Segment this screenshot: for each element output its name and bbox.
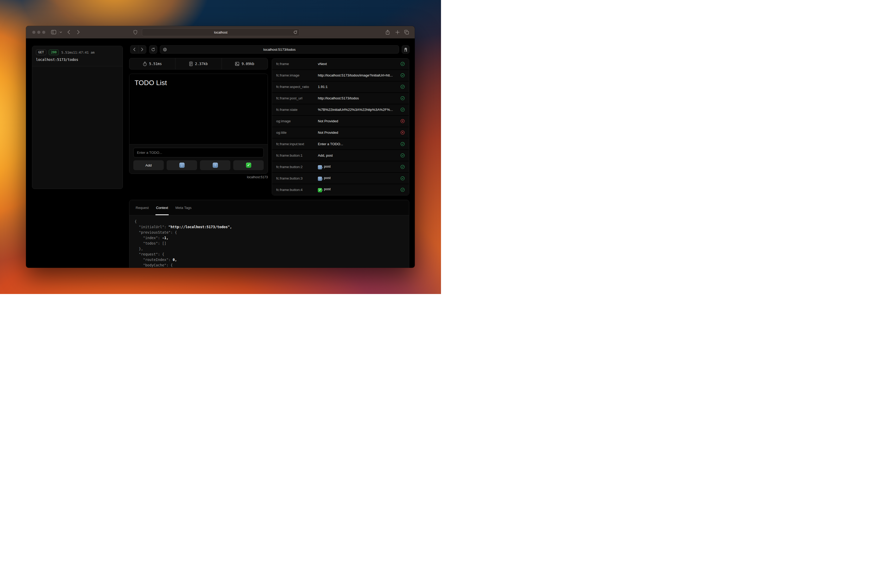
json-line: "previousState": {	[135, 230, 404, 235]
meta-value: Enter a TODO...	[318, 142, 398, 146]
new-tab-icon[interactable]	[395, 30, 400, 34]
stat-doc-size-value: 2.37kb	[195, 62, 208, 66]
status-badge: 200	[49, 50, 59, 55]
meta-table: fc:framevNextfc:frame:imagehttp://localh…	[272, 58, 409, 195]
stat-doc-size: 2.37kb	[175, 58, 221, 69]
frame-preview-card: TODO List Add↓↑✓	[129, 74, 268, 174]
meta-row: fc:frame:imagehttp://localhost:5173/todo…	[272, 70, 409, 81]
back-icon[interactable]	[68, 30, 70, 34]
meta-key: fc:frame:input:text	[276, 142, 318, 146]
meta-value: ↓, post	[318, 164, 398, 170]
minimize-button[interactable]	[37, 31, 41, 34]
tab-request[interactable]: Request	[136, 200, 149, 215]
frame-url-bar[interactable]: localhost:5173/todos	[160, 45, 399, 54]
meta-row: fc:frame:aspect_ratio1.91:1	[272, 81, 409, 92]
meta-key: fc:frame:state	[276, 108, 318, 112]
meta-value: Not Provided	[318, 130, 398, 135]
down-emoji-badge: ↓	[179, 163, 185, 168]
meta-value: ✓, post	[318, 187, 398, 192]
close-button[interactable]	[32, 31, 35, 34]
meta-key: fc:frame	[276, 62, 318, 66]
up-emoji-badge: ↑	[318, 177, 322, 181]
frame-button[interactable]: ↑	[200, 160, 230, 170]
valid-check-icon	[400, 108, 405, 112]
frame-button[interactable]: Add	[133, 160, 164, 170]
meta-row: fc:frame:button:3↑, post	[272, 173, 409, 184]
meta-key: fc:frame:button:1	[276, 153, 318, 158]
check-emoji-badge: ✓	[318, 188, 322, 192]
frame-buttons: Add↓↑✓	[133, 160, 264, 170]
tab-overview-icon[interactable]	[404, 30, 409, 34]
document-icon	[189, 62, 193, 66]
request-list-panel: GET 200 5.51ms11:47:41 am localhost:5173…	[32, 46, 123, 189]
frame-controls: Add↓↑✓	[129, 144, 267, 174]
meta-key: og:title	[276, 130, 318, 135]
frame-back-button[interactable]	[131, 45, 138, 53]
zoom-button[interactable]	[42, 31, 45, 34]
meta-key: fc:frame:button:3	[276, 176, 318, 180]
meta-key: fc:frame:image	[276, 74, 318, 77]
tab-meta-tags[interactable]: Meta Tags	[176, 200, 192, 215]
valid-check-icon	[400, 165, 405, 169]
todo-input[interactable]	[133, 148, 264, 158]
meta-row: fc:frame:input:textEnter a TODO...	[272, 138, 409, 149]
desktop-wallpaper: localhost GET 200 5	[0, 0, 441, 294]
frame-host-caption: localhost:5173	[129, 176, 268, 179]
details-tabs: Request Context Meta Tags	[129, 200, 409, 215]
share-icon[interactable]	[386, 30, 390, 35]
valid-check-icon	[400, 153, 405, 158]
meta-row: fc:frame:button:4✓, post	[272, 184, 409, 195]
address-bar[interactable]: localhost	[142, 28, 300, 36]
request-time: 11:47:41 am	[73, 51, 95, 54]
tab-context[interactable]: Context	[156, 200, 168, 215]
meta-value: http://localhost:5173/todos/image?initia…	[318, 74, 398, 77]
browser-window: localhost GET 200 5	[26, 26, 415, 268]
meta-key: og:image	[276, 119, 318, 123]
globe-icon	[163, 48, 167, 51]
meta-row: fc:frame:button:1Add, post	[272, 150, 409, 161]
valid-check-icon	[400, 96, 405, 100]
valid-check-icon	[400, 188, 405, 192]
method-badge: GET	[36, 50, 47, 55]
up-emoji-badge: ↑	[213, 163, 218, 168]
valid-check-icon	[400, 142, 405, 146]
sidebar-toggle-icon[interactable]	[51, 30, 56, 34]
image-icon	[235, 62, 239, 66]
down-emoji-badge: ↓	[318, 165, 322, 170]
frame-url-text: localhost:5173/todos	[160, 48, 399, 51]
frame-button[interactable]: ↓	[167, 160, 197, 170]
privacy-shield-icon[interactable]	[134, 30, 137, 34]
valid-check-icon	[400, 73, 405, 78]
json-line: "bodyCache": {	[135, 262, 404, 268]
valid-check-icon	[400, 176, 405, 181]
json-line: "routeIndex": 0,	[135, 257, 404, 262]
farcaster-arch-button[interactable]	[402, 45, 410, 54]
context-json[interactable]: { "initialUrl": "http://localhost:5173/t…	[129, 215, 409, 268]
meta-value: vNext	[318, 62, 398, 66]
forward-icon[interactable]	[77, 30, 80, 34]
reload-icon[interactable]	[293, 30, 297, 35]
valid-check-icon	[400, 84, 405, 89]
valid-check-icon	[400, 62, 405, 66]
meta-row: fc:framevNext	[272, 58, 409, 69]
stat-image-size-value: 9.09kb	[242, 62, 254, 66]
stat-timing-value: 5.51ms	[149, 62, 162, 66]
stat-image-size: 9.09kb	[222, 58, 267, 69]
meta-row: fc:frame:button:2↓, post	[272, 161, 409, 172]
meta-value: http://localhost:5173/todos	[318, 96, 398, 100]
json-line: "index": -1,	[135, 235, 404, 241]
frame-button[interactable]: ✓	[233, 160, 264, 170]
stat-timing: 5.51ms	[129, 58, 175, 69]
json-line: },	[135, 246, 404, 252]
meta-row: og:titleNot Provided	[272, 127, 409, 138]
request-list-item[interactable]: GET 200 5.51ms11:47:41 am localhost:5173…	[32, 46, 123, 66]
json-line: "todos": []	[135, 241, 404, 246]
json-line: {	[135, 219, 404, 224]
frame-refresh-button[interactable]	[149, 45, 157, 54]
chevron-down-icon[interactable]	[60, 32, 62, 33]
frame-forward-button[interactable]	[138, 45, 146, 53]
meta-row: fc:frame:post_urlhttp://localhost:5173/t…	[272, 93, 409, 104]
meta-value: Not Provided	[318, 119, 398, 123]
frame-nav-group	[130, 45, 146, 54]
check-emoji-badge: ✓	[246, 163, 251, 168]
